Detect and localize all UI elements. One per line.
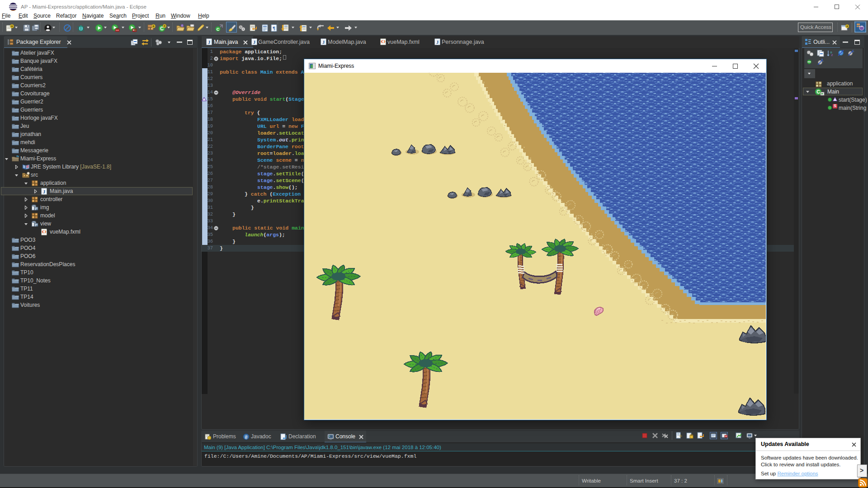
- svg-text:J: J: [208, 39, 211, 45]
- svg-text:C: C: [217, 27, 220, 32]
- svg-text:¶: ¶: [273, 25, 275, 31]
- svg-text:J: J: [436, 39, 439, 45]
- svg-text:J: J: [43, 189, 46, 194]
- svg-text:J: J: [253, 39, 256, 45]
- svg-text:@: @: [245, 435, 248, 440]
- svg-text:J: J: [322, 39, 325, 45]
- svg-text:z: z: [831, 53, 833, 57]
- svg-text:C: C: [816, 89, 820, 94]
